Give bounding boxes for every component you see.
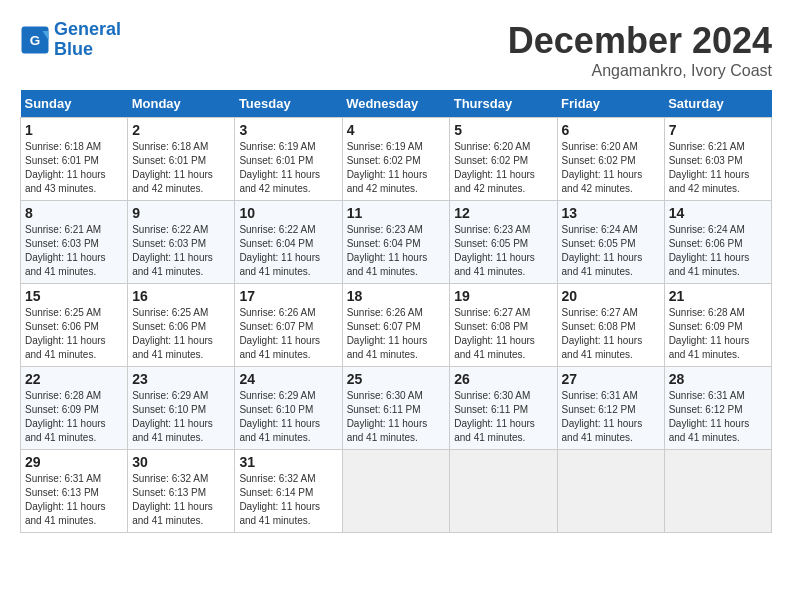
day-number: 7 bbox=[669, 122, 767, 138]
day-info: Sunrise: 6:31 AM Sunset: 6:12 PM Dayligh… bbox=[669, 389, 767, 445]
header-day-sunday: Sunday bbox=[21, 90, 128, 118]
calendar-cell: 31Sunrise: 6:32 AM Sunset: 6:14 PM Dayli… bbox=[235, 450, 342, 533]
day-info: Sunrise: 6:21 AM Sunset: 6:03 PM Dayligh… bbox=[25, 223, 123, 279]
day-info: Sunrise: 6:19 AM Sunset: 6:02 PM Dayligh… bbox=[347, 140, 446, 196]
day-number: 30 bbox=[132, 454, 230, 470]
day-info: Sunrise: 6:25 AM Sunset: 6:06 PM Dayligh… bbox=[25, 306, 123, 362]
calendar-cell: 22Sunrise: 6:28 AM Sunset: 6:09 PM Dayli… bbox=[21, 367, 128, 450]
day-info: Sunrise: 6:29 AM Sunset: 6:10 PM Dayligh… bbox=[132, 389, 230, 445]
week-row-5: 29Sunrise: 6:31 AM Sunset: 6:13 PM Dayli… bbox=[21, 450, 772, 533]
day-number: 24 bbox=[239, 371, 337, 387]
calendar-cell: 12Sunrise: 6:23 AM Sunset: 6:05 PM Dayli… bbox=[450, 201, 557, 284]
day-number: 10 bbox=[239, 205, 337, 221]
day-number: 26 bbox=[454, 371, 552, 387]
calendar-cell: 13Sunrise: 6:24 AM Sunset: 6:05 PM Dayli… bbox=[557, 201, 664, 284]
day-number: 18 bbox=[347, 288, 446, 304]
calendar-cell: 25Sunrise: 6:30 AM Sunset: 6:11 PM Dayli… bbox=[342, 367, 450, 450]
day-number: 25 bbox=[347, 371, 446, 387]
calendar-cell: 20Sunrise: 6:27 AM Sunset: 6:08 PM Dayli… bbox=[557, 284, 664, 367]
header-day-wednesday: Wednesday bbox=[342, 90, 450, 118]
day-number: 22 bbox=[25, 371, 123, 387]
day-number: 17 bbox=[239, 288, 337, 304]
day-info: Sunrise: 6:29 AM Sunset: 6:10 PM Dayligh… bbox=[239, 389, 337, 445]
day-info: Sunrise: 6:27 AM Sunset: 6:08 PM Dayligh… bbox=[562, 306, 660, 362]
calendar-cell: 7Sunrise: 6:21 AM Sunset: 6:03 PM Daylig… bbox=[664, 118, 771, 201]
day-number: 28 bbox=[669, 371, 767, 387]
day-info: Sunrise: 6:31 AM Sunset: 6:13 PM Dayligh… bbox=[25, 472, 123, 528]
day-number: 31 bbox=[239, 454, 337, 470]
logo-text: General Blue bbox=[54, 20, 121, 60]
day-number: 23 bbox=[132, 371, 230, 387]
day-number: 6 bbox=[562, 122, 660, 138]
day-info: Sunrise: 6:24 AM Sunset: 6:05 PM Dayligh… bbox=[562, 223, 660, 279]
header-day-friday: Friday bbox=[557, 90, 664, 118]
day-info: Sunrise: 6:21 AM Sunset: 6:03 PM Dayligh… bbox=[669, 140, 767, 196]
day-info: Sunrise: 6:26 AM Sunset: 6:07 PM Dayligh… bbox=[239, 306, 337, 362]
day-number: 13 bbox=[562, 205, 660, 221]
calendar-cell: 14Sunrise: 6:24 AM Sunset: 6:06 PM Dayli… bbox=[664, 201, 771, 284]
calendar-cell: 6Sunrise: 6:20 AM Sunset: 6:02 PM Daylig… bbox=[557, 118, 664, 201]
day-info: Sunrise: 6:22 AM Sunset: 6:03 PM Dayligh… bbox=[132, 223, 230, 279]
calendar-cell: 28Sunrise: 6:31 AM Sunset: 6:12 PM Dayli… bbox=[664, 367, 771, 450]
day-number: 1 bbox=[25, 122, 123, 138]
day-info: Sunrise: 6:24 AM Sunset: 6:06 PM Dayligh… bbox=[669, 223, 767, 279]
day-number: 4 bbox=[347, 122, 446, 138]
day-number: 19 bbox=[454, 288, 552, 304]
week-row-3: 15Sunrise: 6:25 AM Sunset: 6:06 PM Dayli… bbox=[21, 284, 772, 367]
header-day-saturday: Saturday bbox=[664, 90, 771, 118]
calendar-header-row: SundayMondayTuesdayWednesdayThursdayFrid… bbox=[21, 90, 772, 118]
day-info: Sunrise: 6:18 AM Sunset: 6:01 PM Dayligh… bbox=[25, 140, 123, 196]
calendar-cell: 29Sunrise: 6:31 AM Sunset: 6:13 PM Dayli… bbox=[21, 450, 128, 533]
week-row-2: 8Sunrise: 6:21 AM Sunset: 6:03 PM Daylig… bbox=[21, 201, 772, 284]
day-number: 5 bbox=[454, 122, 552, 138]
day-info: Sunrise: 6:30 AM Sunset: 6:11 PM Dayligh… bbox=[454, 389, 552, 445]
day-info: Sunrise: 6:30 AM Sunset: 6:11 PM Dayligh… bbox=[347, 389, 446, 445]
calendar-cell: 18Sunrise: 6:26 AM Sunset: 6:07 PM Dayli… bbox=[342, 284, 450, 367]
calendar-cell: 26Sunrise: 6:30 AM Sunset: 6:11 PM Dayli… bbox=[450, 367, 557, 450]
title-block: December 2024 Angamankro, Ivory Coast bbox=[508, 20, 772, 80]
day-info: Sunrise: 6:32 AM Sunset: 6:13 PM Dayligh… bbox=[132, 472, 230, 528]
day-info: Sunrise: 6:20 AM Sunset: 6:02 PM Dayligh… bbox=[454, 140, 552, 196]
calendar-cell bbox=[557, 450, 664, 533]
day-info: Sunrise: 6:19 AM Sunset: 6:01 PM Dayligh… bbox=[239, 140, 337, 196]
day-number: 21 bbox=[669, 288, 767, 304]
logo-line1: General bbox=[54, 19, 121, 39]
month-title: December 2024 bbox=[508, 20, 772, 62]
calendar-cell: 23Sunrise: 6:29 AM Sunset: 6:10 PM Dayli… bbox=[128, 367, 235, 450]
day-number: 16 bbox=[132, 288, 230, 304]
day-info: Sunrise: 6:25 AM Sunset: 6:06 PM Dayligh… bbox=[132, 306, 230, 362]
day-info: Sunrise: 6:28 AM Sunset: 6:09 PM Dayligh… bbox=[25, 389, 123, 445]
calendar-table: SundayMondayTuesdayWednesdayThursdayFrid… bbox=[20, 90, 772, 533]
calendar-cell: 21Sunrise: 6:28 AM Sunset: 6:09 PM Dayli… bbox=[664, 284, 771, 367]
calendar-cell: 1Sunrise: 6:18 AM Sunset: 6:01 PM Daylig… bbox=[21, 118, 128, 201]
calendar-cell: 5Sunrise: 6:20 AM Sunset: 6:02 PM Daylig… bbox=[450, 118, 557, 201]
calendar-cell bbox=[664, 450, 771, 533]
day-number: 11 bbox=[347, 205, 446, 221]
calendar-cell: 3Sunrise: 6:19 AM Sunset: 6:01 PM Daylig… bbox=[235, 118, 342, 201]
calendar-cell bbox=[342, 450, 450, 533]
calendar-cell: 19Sunrise: 6:27 AM Sunset: 6:08 PM Dayli… bbox=[450, 284, 557, 367]
calendar-cell: 30Sunrise: 6:32 AM Sunset: 6:13 PM Dayli… bbox=[128, 450, 235, 533]
day-info: Sunrise: 6:18 AM Sunset: 6:01 PM Dayligh… bbox=[132, 140, 230, 196]
calendar-cell: 2Sunrise: 6:18 AM Sunset: 6:01 PM Daylig… bbox=[128, 118, 235, 201]
day-number: 9 bbox=[132, 205, 230, 221]
calendar-cell: 9Sunrise: 6:22 AM Sunset: 6:03 PM Daylig… bbox=[128, 201, 235, 284]
location-subtitle: Angamankro, Ivory Coast bbox=[508, 62, 772, 80]
calendar-cell: 27Sunrise: 6:31 AM Sunset: 6:12 PM Dayli… bbox=[557, 367, 664, 450]
day-number: 3 bbox=[239, 122, 337, 138]
day-info: Sunrise: 6:31 AM Sunset: 6:12 PM Dayligh… bbox=[562, 389, 660, 445]
svg-text:G: G bbox=[30, 32, 41, 47]
day-number: 12 bbox=[454, 205, 552, 221]
day-number: 27 bbox=[562, 371, 660, 387]
calendar-cell: 16Sunrise: 6:25 AM Sunset: 6:06 PM Dayli… bbox=[128, 284, 235, 367]
day-info: Sunrise: 6:23 AM Sunset: 6:05 PM Dayligh… bbox=[454, 223, 552, 279]
day-number: 20 bbox=[562, 288, 660, 304]
day-number: 29 bbox=[25, 454, 123, 470]
calendar-cell: 4Sunrise: 6:19 AM Sunset: 6:02 PM Daylig… bbox=[342, 118, 450, 201]
calendar-cell: 24Sunrise: 6:29 AM Sunset: 6:10 PM Dayli… bbox=[235, 367, 342, 450]
calendar-cell bbox=[450, 450, 557, 533]
day-info: Sunrise: 6:22 AM Sunset: 6:04 PM Dayligh… bbox=[239, 223, 337, 279]
page-header: G General Blue December 2024 Angamankro,… bbox=[20, 20, 772, 80]
day-number: 8 bbox=[25, 205, 123, 221]
calendar-cell: 17Sunrise: 6:26 AM Sunset: 6:07 PM Dayli… bbox=[235, 284, 342, 367]
